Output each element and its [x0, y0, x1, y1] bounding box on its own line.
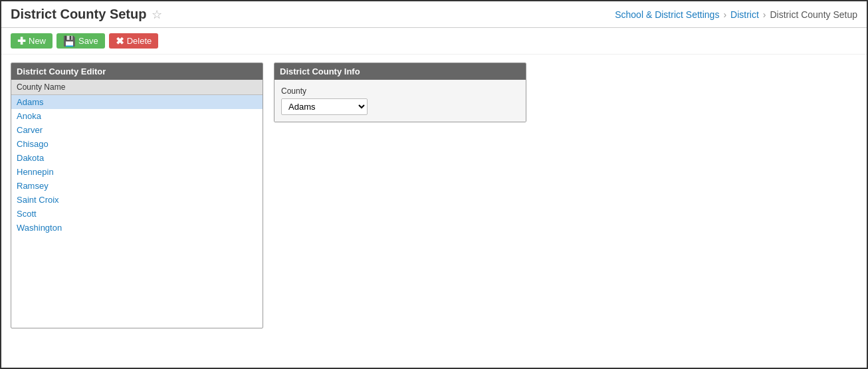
- list-item[interactable]: Scott: [11, 207, 263, 221]
- star-icon[interactable]: ☆: [152, 7, 162, 22]
- list-item[interactable]: Chisago: [11, 137, 263, 151]
- info-panel-header: District County Info: [274, 63, 526, 80]
- new-button[interactable]: ✚ New: [11, 33, 53, 49]
- list-item[interactable]: Dakota: [11, 151, 263, 165]
- main-content: District County Editor County Name Adams…: [1, 55, 867, 336]
- delete-button[interactable]: ✖ Delete: [109, 33, 159, 49]
- new-button-label: New: [29, 36, 46, 46]
- breadcrumb-sep-2: ›: [763, 9, 766, 20]
- editor-panel-header: District County Editor: [11, 63, 263, 80]
- county-list: AdamsAnokaCarverChisagoDakotaHennepinRam…: [11, 95, 263, 328]
- toolbar: ✚ New 💾 Save ✖ Delete: [1, 28, 867, 55]
- list-item[interactable]: Anoka: [11, 109, 263, 123]
- header: District County Setup ☆ School & Distric…: [1, 1, 867, 28]
- save-button[interactable]: 💾 Save: [56, 33, 105, 49]
- editor-column-header: County Name: [11, 80, 263, 95]
- delete-icon: ✖: [116, 36, 124, 46]
- county-select[interactable]: AdamsAnokaCarverChisagoDakotaHennepinRam…: [281, 98, 368, 115]
- breadcrumb-district-link[interactable]: District: [730, 9, 759, 20]
- list-item[interactable]: Washington: [11, 221, 263, 235]
- save-button-label: Save: [78, 36, 98, 46]
- list-item[interactable]: Hennepin: [11, 165, 263, 179]
- editor-panel: District County Editor County Name Adams…: [11, 62, 263, 328]
- info-panel: District County Info County AdamsAnokaCa…: [274, 62, 526, 122]
- header-left: District County Setup ☆: [11, 7, 162, 22]
- breadcrumb-school-district-link[interactable]: School & District Settings: [615, 9, 719, 20]
- list-item[interactable]: Carver: [11, 123, 263, 137]
- list-item[interactable]: Adams: [11, 95, 263, 109]
- info-body: County AdamsAnokaCarverChisagoDakotaHenn…: [274, 80, 526, 122]
- delete-button-label: Delete: [127, 36, 152, 46]
- list-item[interactable]: Saint Croix: [11, 193, 263, 207]
- list-item[interactable]: Ramsey: [11, 179, 263, 193]
- page-title: District County Setup: [11, 7, 146, 22]
- save-icon: 💾: [63, 36, 76, 46]
- breadcrumb-current: District County Setup: [770, 9, 858, 20]
- breadcrumb: School & District Settings › District › …: [615, 9, 857, 20]
- plus-icon: ✚: [17, 36, 26, 46]
- breadcrumb-sep-1: ›: [723, 9, 726, 20]
- county-field-label: County: [281, 86, 519, 96]
